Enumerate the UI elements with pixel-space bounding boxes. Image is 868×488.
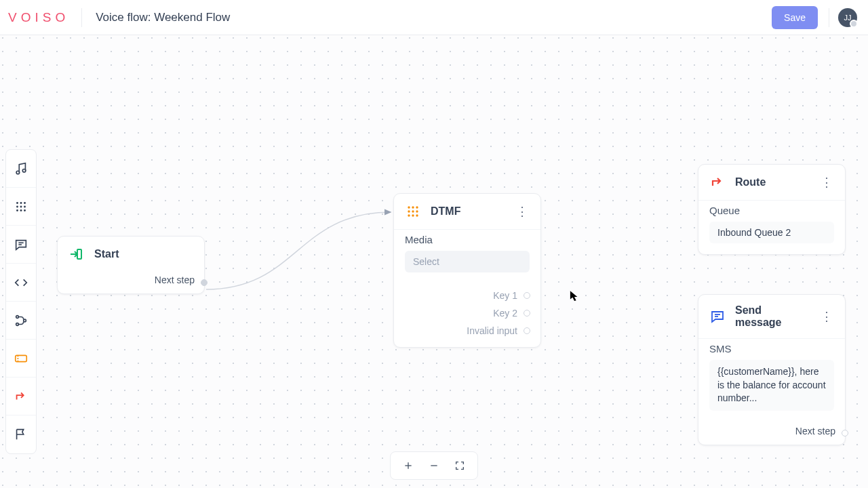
zoom-controls bbox=[390, 451, 478, 480]
field-label: SMS bbox=[709, 343, 834, 354]
zoom-out-button[interactable] bbox=[426, 458, 442, 474]
field-label: Media bbox=[405, 234, 530, 245]
svg-point-13 bbox=[16, 315, 19, 318]
svg-point-20 bbox=[412, 206, 414, 208]
message-icon bbox=[709, 308, 726, 325]
node-title: Start bbox=[94, 248, 193, 260]
more-icon[interactable]: ⋮ bbox=[819, 309, 834, 324]
code-icon[interactable] bbox=[6, 264, 36, 302]
canvas[interactable]: Start Next step DTMF ⋮ Media Select Key … bbox=[0, 35, 868, 488]
logo: VOISO bbox=[5, 10, 81, 25]
svg-point-10 bbox=[24, 209, 26, 211]
svg-point-24 bbox=[416, 210, 418, 212]
svg-point-9 bbox=[20, 209, 22, 211]
output-key1[interactable]: Key 1 bbox=[405, 290, 530, 301]
dialpad-icon[interactable] bbox=[6, 188, 36, 226]
output-invalid[interactable]: Invalid input bbox=[405, 325, 530, 336]
svg-point-25 bbox=[408, 214, 410, 216]
music-icon[interactable] bbox=[6, 150, 36, 188]
node-title: DTMF bbox=[431, 205, 505, 218]
svg-point-27 bbox=[416, 214, 418, 216]
svg-point-8 bbox=[16, 209, 18, 211]
more-icon[interactable]: ⋮ bbox=[515, 204, 530, 219]
svg-point-1 bbox=[22, 169, 26, 172]
node-start[interactable]: Start Next step bbox=[57, 236, 205, 294]
svg-point-5 bbox=[16, 205, 18, 207]
svg-point-14 bbox=[16, 323, 19, 325]
sms-value[interactable]: {{customerName}}, here is the balance fo… bbox=[709, 360, 834, 411]
output-next[interactable]: Next step bbox=[58, 272, 204, 293]
avatar[interactable]: JJ bbox=[838, 8, 857, 27]
cursor-icon bbox=[570, 290, 579, 302]
svg-point-4 bbox=[24, 202, 26, 204]
node-route[interactable]: Route ⋮ Queue Inbound Queue 2 bbox=[698, 164, 846, 255]
svg-point-7 bbox=[24, 205, 26, 207]
page-title: Voice flow: Weekend Flow bbox=[96, 11, 230, 24]
node-title: Send message bbox=[735, 304, 810, 329]
svg-point-22 bbox=[408, 210, 410, 212]
field-label: Queue bbox=[709, 205, 834, 216]
left-toolbar bbox=[5, 149, 37, 454]
svg-point-21 bbox=[416, 206, 418, 208]
svg-point-15 bbox=[24, 319, 26, 322]
output-key2[interactable]: Key 2 bbox=[405, 308, 530, 319]
connector-start-dtmf bbox=[202, 207, 396, 295]
flag-icon[interactable] bbox=[6, 415, 36, 453]
node-dtmf[interactable]: DTMF ⋮ Media Select Key 1 Key 2 Invalid … bbox=[393, 193, 541, 348]
message-icon[interactable] bbox=[6, 226, 36, 264]
svg-point-2 bbox=[16, 202, 18, 204]
svg-point-3 bbox=[20, 202, 22, 204]
output-next[interactable]: Next step bbox=[698, 422, 845, 445]
branch-icon[interactable] bbox=[6, 302, 36, 340]
svg-point-6 bbox=[20, 205, 22, 207]
zoom-in-button[interactable] bbox=[400, 458, 416, 474]
save-button[interactable]: Save bbox=[772, 6, 818, 29]
svg-point-23 bbox=[412, 210, 414, 212]
route-arrow-icon bbox=[709, 174, 726, 190]
divider bbox=[81, 8, 82, 27]
fullscreen-button[interactable] bbox=[452, 458, 468, 474]
queue-value[interactable]: Inbound Queue 2 bbox=[709, 222, 834, 243]
svg-point-0 bbox=[16, 171, 20, 174]
more-icon[interactable]: ⋮ bbox=[819, 175, 834, 190]
dialpad-icon bbox=[405, 203, 421, 220]
ticket-icon[interactable] bbox=[6, 340, 36, 378]
node-title: Route bbox=[735, 176, 810, 188]
svg-point-19 bbox=[408, 206, 410, 208]
route-arrow-icon[interactable] bbox=[6, 378, 36, 415]
svg-rect-16 bbox=[16, 355, 27, 361]
node-send-message[interactable]: Send message ⋮ SMS {{customerName}}, her… bbox=[698, 294, 846, 445]
svg-point-26 bbox=[412, 214, 414, 216]
media-select[interactable]: Select bbox=[405, 251, 530, 272]
start-icon bbox=[68, 246, 85, 262]
